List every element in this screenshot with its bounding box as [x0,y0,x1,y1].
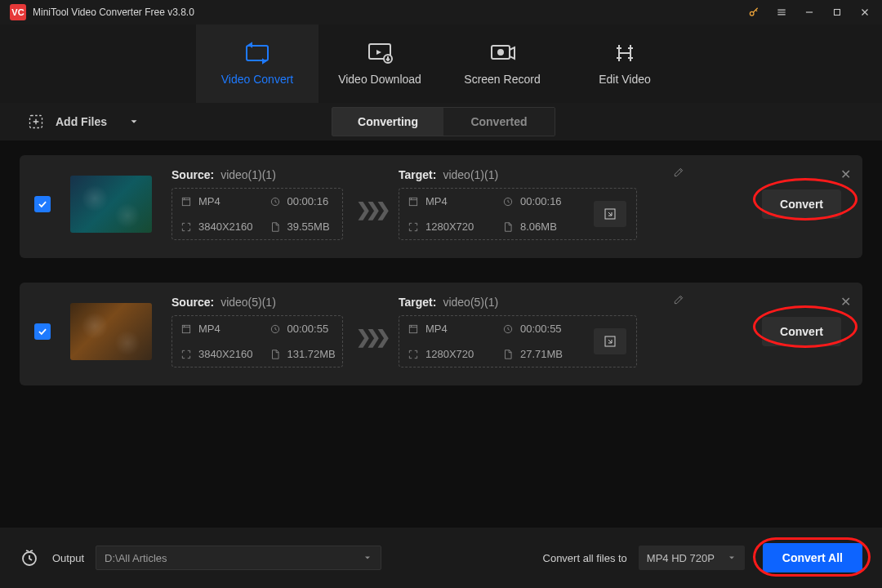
svg-rect-15 [409,325,416,332]
tab-label: Video Download [338,73,421,86]
convert-button[interactable]: Convert [762,189,841,219]
svg-point-6 [498,50,503,55]
target-filename: video(5)(1) [443,296,498,309]
conversion-list: ✕ Source:video(1)(1) MP4 00:00:16 3840X2… [0,140,882,400]
add-files-icon [28,114,44,130]
video-thumbnail[interactable] [70,176,152,233]
svg-rect-13 [182,325,189,332]
schedule-icon[interactable] [20,548,39,568]
license-key-button[interactable] [740,0,768,24]
download-icon [366,42,394,65]
target-label: Target: [399,168,436,181]
svg-rect-8 [182,198,189,205]
output-preset-select[interactable]: MP4 HD 720P [639,546,745,570]
source-spec-box: MP4 00:00:16 3840X2160 39.55MB [172,188,343,240]
source-spec-box: MP4 00:00:55 3840X2160 131.72MB [172,315,343,368]
target-resolution: 1280X720 [399,341,494,367]
close-window-button[interactable] [851,0,879,24]
convert-all-button[interactable]: Convert All [763,543,862,572]
select-checkbox[interactable] [34,196,51,212]
chevron-down-icon [363,553,372,563]
add-files-label: Add Files [56,115,107,128]
target-size: 27.71MB [494,341,589,367]
record-icon [488,42,516,65]
target-label: Target: [399,296,436,309]
source-resolution: 3840X2160 [172,341,261,367]
minimize-button[interactable] [795,0,823,24]
output-path-field[interactable]: D:\All Articles [96,546,381,570]
target-duration: 00:00:55 [494,316,589,341]
svg-rect-10 [409,198,416,205]
top-nav: Video Convert Video Download Screen Reco… [0,24,882,103]
output-label: Output [52,552,84,564]
target-duration: 00:00:16 [494,189,589,214]
app-title: MiniTool Video Converter Free v3.8.0 [33,7,194,18]
tab-screen-record[interactable]: Screen Record [441,24,564,103]
chevron-down-icon [727,553,737,563]
target-spec-box: MP4 00:00:16 1280X720 8.06MB [399,188,637,240]
target-filename: video(1)(1) [443,168,498,181]
edit-target-name-button[interactable] [673,294,684,309]
source-duration: 00:00:16 [261,189,342,214]
menu-button[interactable] [768,0,795,24]
convert-icon [243,42,271,65]
source-duration: 00:00:55 [261,316,344,341]
app-logo: VC [10,4,26,20]
tab-edit-video[interactable]: Edit Video [564,24,686,103]
conversion-item: ✕ Source:video(5)(1) MP4 00:00:55 3840X2… [20,283,862,385]
target-format: MP4 [399,189,494,214]
arrow-icon: ❯❯❯ [356,327,385,348]
remove-item-button[interactable]: ✕ [840,167,851,182]
source-format: MP4 [172,316,261,341]
source-size: 39.55MB [261,214,342,239]
source-label: Source: [172,296,214,309]
output-preset-value: MP4 HD 720P [647,552,715,564]
arrow-icon: ❯❯❯ [356,199,385,220]
convert-all-label: Convert all files to [543,552,627,564]
tab-label: Video Convert [221,73,293,86]
target-spec-box: MP4 00:00:55 1280X720 27.71MB [399,315,637,368]
tab-video-download[interactable]: Video Download [318,24,441,103]
source-label: Source: [172,168,214,181]
video-thumbnail[interactable] [70,303,152,360]
select-checkbox[interactable] [34,323,51,340]
source-filename: video(5)(1) [220,296,276,309]
target-settings-button[interactable] [594,328,626,354]
tab-converted[interactable]: Converted [443,108,555,136]
svg-rect-2 [247,46,268,60]
edit-icon [611,42,639,65]
source-size: 131.72MB [261,341,344,367]
edit-target-name-button[interactable] [673,167,684,181]
remove-item-button[interactable]: ✕ [840,294,851,310]
tab-label: Edit Video [599,73,651,86]
add-files-button[interactable]: Add Files [0,114,140,130]
output-path-value: D:\All Articles [105,552,167,564]
title-bar: VC MiniTool Video Converter Free v3.8.0 [0,0,882,24]
target-settings-button[interactable] [594,201,626,227]
source-filename: video(1)(1) [220,168,276,181]
status-tabs: Converting Converted [332,107,555,136]
convert-button[interactable]: Convert [762,317,841,346]
tab-converting[interactable]: Converting [332,108,443,136]
toolbar: Add Files Converting Converted [0,103,882,140]
bottom-bar: Output D:\All Articles Convert all files… [0,528,882,588]
svg-rect-1 [835,10,840,16]
tab-label: Screen Record [464,73,540,86]
target-format: MP4 [399,316,494,341]
target-resolution: 1280X720 [399,214,494,239]
target-size: 8.06MB [494,214,589,239]
chevron-down-icon[interactable] [128,116,140,127]
source-format: MP4 [172,189,261,214]
conversion-item: ✕ Source:video(1)(1) MP4 00:00:16 3840X2… [20,155,862,258]
tab-video-convert[interactable]: Video Convert [196,24,318,103]
source-resolution: 3840X2160 [172,214,261,239]
maximize-button[interactable] [823,0,851,24]
svg-point-0 [750,11,754,16]
